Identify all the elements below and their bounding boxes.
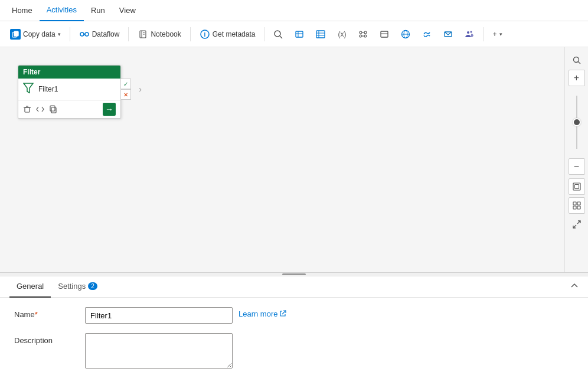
svg-point-21	[360, 31, 362, 34]
description-form-row: Description	[14, 333, 574, 369]
sql-icon	[378, 28, 390, 40]
activity-footer: →	[18, 100, 120, 118]
separator-5	[483, 27, 484, 41]
copy-activity-btn[interactable]	[49, 105, 57, 113]
activity-name-label: Filter1	[38, 85, 58, 93]
web-button[interactable]	[396, 25, 416, 44]
zoom-slider-thumb[interactable]	[573, 118, 581, 126]
top-nav: Home Activities Run View	[0, 0, 588, 21]
separator-2	[128, 27, 129, 41]
code-view-btn[interactable]	[36, 105, 44, 113]
outlook-button[interactable]	[438, 25, 458, 44]
mapping-button[interactable]	[353, 25, 373, 44]
name-label: Name*	[14, 307, 85, 319]
web-icon	[400, 28, 411, 40]
description-input[interactable]	[85, 333, 233, 369]
teams-icon	[463, 28, 475, 40]
svg-rect-47	[577, 206, 580, 209]
bottom-panel-header: General Settings 2	[0, 276, 588, 298]
align-btn[interactable]	[569, 197, 585, 214]
activity-body: Filter1 ✓ ✕ ›	[18, 79, 120, 100]
main-area: Filter Filter1 ✓ ✕ ›	[0, 47, 588, 272]
copy-data-button[interactable]: Copy data ▾	[5, 25, 66, 44]
learn-more-link[interactable]: Learn more	[239, 307, 286, 318]
svg-point-34	[471, 31, 472, 32]
lookup-button[interactable]	[289, 25, 309, 44]
zoom-slider-track[interactable]	[576, 96, 577, 149]
filter-activity-card[interactable]: Filter Filter1 ✓ ✕ ›	[18, 65, 121, 119]
separator-3	[190, 27, 191, 41]
separator-1	[70, 27, 70, 41]
side-buttons: ✓ ✕	[120, 79, 131, 100]
svg-line-48	[577, 221, 580, 224]
teams-button[interactable]	[459, 25, 479, 44]
svg-line-41	[578, 62, 580, 64]
side-x-btn[interactable]: ✕	[120, 89, 131, 100]
dataflow-button[interactable]: Dataflow	[74, 25, 125, 44]
svg-rect-35	[25, 107, 30, 112]
form-area: Name* Learn more Description	[0, 298, 588, 378]
svg-line-50	[282, 311, 286, 314]
webhook-button[interactable]	[417, 25, 437, 44]
search-activity-button[interactable]	[268, 25, 288, 44]
svg-point-4	[85, 32, 89, 36]
svg-rect-38	[51, 107, 56, 113]
outlook-icon	[442, 28, 454, 40]
svg-point-23	[360, 35, 362, 37]
nav-item-view[interactable]: View	[112, 0, 143, 21]
more-button[interactable]: + ▾	[487, 25, 507, 44]
mapping-icon	[357, 28, 369, 40]
svg-rect-1	[14, 31, 18, 36]
get-metadata-button[interactable]: i Get metadata	[194, 25, 261, 44]
zoom-out-btn[interactable]: −	[569, 158, 585, 175]
name-form-row: Name* Learn more	[14, 307, 574, 324]
settings-badge: 2	[88, 282, 97, 290]
svg-point-3	[80, 32, 84, 36]
variable-button[interactable]: (x)	[332, 25, 352, 44]
webhook-icon	[421, 28, 433, 40]
tab-general[interactable]: General	[9, 276, 51, 298]
required-star: *	[35, 310, 38, 319]
canvas-search-btn[interactable]	[569, 52, 585, 69]
filter-icon	[23, 82, 34, 96]
nav-item-home[interactable]: Home	[5, 0, 40, 21]
svg-rect-17	[316, 31, 325, 38]
info-icon: i	[200, 29, 210, 40]
nav-item-activities[interactable]: Activities	[40, 0, 84, 21]
expand-btn[interactable]	[569, 216, 585, 233]
more-dropdown-icon: ▾	[499, 31, 502, 37]
svg-rect-43	[574, 185, 579, 189]
copy-icon	[10, 29, 21, 40]
notebook-button[interactable]: Notebook	[132, 25, 186, 44]
bottom-panel: General Settings 2 Name* Learn more Desc	[0, 276, 588, 378]
canvas-area[interactable]: Filter Filter1 ✓ ✕ ›	[0, 47, 564, 272]
svg-rect-42	[573, 183, 580, 190]
card-right-arrow[interactable]: ›	[139, 84, 142, 94]
svg-point-22	[364, 31, 367, 34]
svg-rect-46	[573, 206, 576, 209]
panel-collapse-btn[interactable]	[570, 282, 579, 292]
svg-rect-45	[577, 202, 580, 205]
svg-point-24	[364, 35, 367, 37]
nav-item-run[interactable]: Run	[84, 0, 112, 21]
activity-header: Filter	[18, 66, 120, 79]
zoom-in-btn[interactable]: +	[569, 70, 585, 86]
go-to-btn[interactable]: →	[103, 103, 116, 116]
drag-handle-bar	[282, 273, 306, 275]
delete-activity-btn[interactable]	[23, 105, 31, 113]
zoom-slider-container	[576, 90, 577, 155]
sql-button[interactable]	[374, 25, 394, 44]
dataflow-icon	[79, 29, 90, 40]
list-icon	[315, 28, 326, 40]
svg-rect-27	[381, 31, 388, 37]
zoom-panel: + −	[564, 47, 588, 272]
list-button[interactable]	[311, 25, 331, 44]
tab-settings[interactable]: Settings 2	[51, 276, 104, 298]
variable-icon: (x)	[336, 28, 348, 40]
name-input[interactable]	[85, 307, 233, 324]
fit-canvas-btn[interactable]	[569, 178, 585, 195]
copy-data-dropdown-icon: ▾	[58, 31, 61, 37]
svg-rect-39	[50, 106, 55, 111]
notebook-icon	[138, 29, 148, 40]
side-check-btn[interactable]: ✓	[120, 79, 131, 89]
